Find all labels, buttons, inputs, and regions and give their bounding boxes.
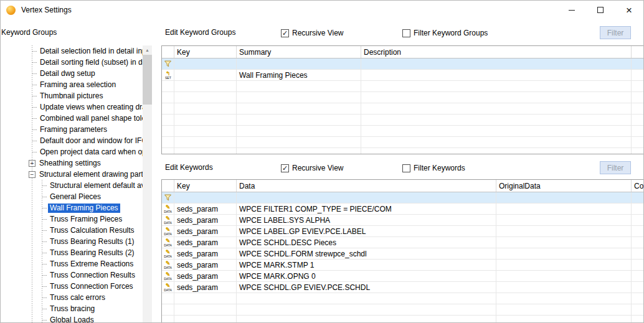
table-row[interactable]: ✎DATAseds_paramWPCE SCHDL.FORM strewpce_… (162, 248, 644, 260)
table-row[interactable] (162, 92, 644, 103)
cell-key: seds_param (174, 237, 237, 248)
minimize-button[interactable] (557, 1, 586, 19)
tree-item[interactable]: Combined wall panel shape tole (26, 113, 143, 124)
tree-item[interactable]: +Sheathing settings (26, 157, 143, 169)
maximize-button[interactable] (586, 1, 615, 19)
table-row[interactable] (162, 81, 644, 92)
tree-item[interactable]: Truss calc errors (26, 292, 143, 303)
table-row[interactable]: ✎DATAseds_paramWPCE MARK.STMP 1 (162, 260, 644, 271)
table-row[interactable]: ✎DATAseds_paramWPCE MARK.OPNG 0 (162, 271, 644, 282)
filter-keyword-groups-checkbox[interactable]: Filter Keyword Groups (402, 29, 488, 37)
tree-scrollbar-thumb[interactable] (143, 55, 152, 105)
table-row[interactable]: ✎DATAseds_paramWPCE SCHDL.GP EVIEV.PCE.S… (162, 282, 644, 293)
tree-item[interactable]: Global Loads (26, 314, 143, 323)
tree-item[interactable]: Wall Framing Pieces (26, 202, 143, 213)
collapse-icon[interactable]: − (29, 171, 36, 178)
cell-co (632, 237, 644, 248)
tree-item[interactable]: Truss Connection Forces (26, 281, 143, 292)
table-row[interactable] (162, 126, 644, 137)
cell-summary: Wall Framing Pieces (237, 70, 361, 80)
tree-item[interactable]: Framing area selection (26, 79, 143, 90)
column-header-extra[interactable] (632, 46, 644, 58)
cell-extra (632, 70, 644, 80)
filter-keywords-checkbox[interactable]: Filter Keywords (402, 164, 465, 172)
row-icon-cell (162, 137, 174, 147)
column-header-key[interactable]: Key (174, 46, 237, 58)
recursive-view-checkbox-top[interactable]: ✓ Recursive View (281, 29, 343, 37)
table-row[interactable] (162, 148, 644, 154)
column-header-icon[interactable] (162, 180, 174, 192)
row-icon-cell (162, 148, 174, 154)
edit-keyword-groups-label: Edit Keyword Groups (165, 28, 235, 37)
tree-connector (32, 129, 37, 130)
tree-item[interactable]: Truss Bearing Results (2) (26, 247, 143, 258)
tree-item-label: Detail dwg setup (38, 69, 97, 78)
tree-item[interactable]: Structural element default av (26, 180, 143, 191)
cell-summary (237, 92, 361, 103)
column-header-icon[interactable] (162, 46, 174, 58)
vertex-app-icon (6, 6, 16, 15)
cell-orig (496, 282, 632, 293)
table-row[interactable] (162, 304, 644, 316)
expand-icon[interactable]: + (29, 160, 36, 167)
tree-item[interactable]: Update views when creating dra (26, 101, 143, 113)
cell-extra (632, 126, 644, 136)
row-icon-cell (162, 304, 174, 315)
table-row[interactable] (162, 59, 644, 70)
row-icon-cell: ↰SET (162, 70, 174, 80)
column-header-data[interactable]: Data (237, 180, 496, 192)
table-row[interactable]: ↰SETWall Framing Pieces (162, 70, 644, 81)
tree-item[interactable]: Truss Framing Pieces (26, 213, 143, 225)
tree-item[interactable]: General Pieces (26, 191, 143, 202)
cell-extra (632, 148, 644, 154)
cell-orig (496, 192, 632, 203)
cell-description (361, 81, 632, 91)
column-header-co[interactable]: Co (632, 180, 644, 192)
cell-description (361, 59, 632, 69)
tree-item[interactable]: Truss Calculation Results (26, 225, 143, 236)
tree-item[interactable]: Truss bracing (26, 303, 143, 314)
column-header-description[interactable]: Description (361, 46, 632, 58)
tree-item[interactable]: Detail sorting field (subset) in de (26, 57, 143, 68)
cell-key: seds_param (174, 248, 237, 259)
table-row[interactable]: ✎DATAseds_paramWPCE LABEL.SYS ALPHA (162, 215, 644, 226)
cell-data: WPCE MARK.OPNG 0 (237, 271, 496, 281)
tree-item[interactable]: Truss Connection Results (26, 269, 143, 281)
table-row[interactable]: ✎DATAseds_paramWPCE SCHDL.DESC Pieces (162, 237, 644, 248)
table-row[interactable] (162, 316, 644, 323)
tree-item[interactable]: Thumbnail pictures (26, 90, 143, 101)
tree-item[interactable]: Detail dwg setup (26, 68, 143, 79)
column-header-summary[interactable]: Summary (237, 46, 361, 58)
cell-extra (632, 92, 644, 103)
close-button[interactable]: × (615, 1, 643, 19)
cell-description (361, 92, 632, 103)
table-row[interactable]: ✎DATAseds_paramWPCE FILTER1 COMP_TYPE = … (162, 204, 644, 215)
checkbox-label: Recursive View (292, 29, 343, 37)
cell-key (174, 316, 237, 323)
table-row[interactable] (162, 137, 644, 148)
tree-item[interactable]: Open project data card when op (26, 146, 143, 157)
tree-item[interactable]: Framing parameters (26, 124, 143, 135)
cell-co (632, 316, 644, 323)
table-row[interactable] (162, 293, 644, 304)
cell-key: seds_param (174, 226, 237, 236)
filter-button-bottom[interactable]: Filter (600, 161, 631, 174)
tree-item[interactable]: Default door and window for IFC (26, 135, 143, 146)
column-header-originaldata[interactable]: OriginalData (496, 180, 632, 192)
tree-item[interactable]: −Structural element drawing part (26, 169, 143, 180)
tree-item[interactable]: Truss Extreme Reactions (26, 258, 143, 269)
filter-button-top[interactable]: Filter (600, 26, 631, 39)
row-icon-cell (162, 59, 174, 69)
scroll-up-icon[interactable]: ▲ (143, 45, 152, 55)
table-row[interactable] (162, 192, 644, 204)
table-row[interactable]: ✎DATAseds_paramWPCE LABEL.GP EVIEV.PCE.L… (162, 226, 644, 237)
cell-summary (237, 59, 361, 69)
tree-item[interactable]: Truss Bearing Results (1) (26, 236, 143, 247)
data-icon: ✎DATA (163, 205, 173, 213)
tree-scrollbar[interactable]: ▲ (143, 45, 152, 323)
recursive-view-checkbox-bottom[interactable]: ✓ Recursive View (281, 164, 343, 172)
table-row[interactable] (162, 103, 644, 115)
column-header-key[interactable]: Key (174, 180, 237, 192)
tree-item[interactable]: Detail selection field in detail inp (26, 45, 143, 57)
table-row[interactable] (162, 115, 644, 126)
